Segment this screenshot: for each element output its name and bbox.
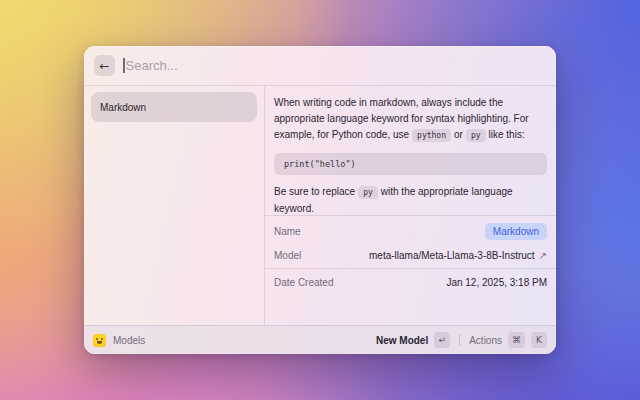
sidebar: Markdown (84, 86, 265, 325)
footer-bar: Models New Model ↵ Actions ⌘ K (84, 325, 556, 354)
row-divider (265, 268, 556, 269)
external-link-icon: ↗ (539, 250, 547, 261)
model-link[interactable]: meta-llama/Meta-Llama-3-8B-Instruct ↗ (369, 250, 547, 261)
back-button[interactable]: ← (94, 55, 115, 76)
actions-label: Actions (469, 335, 502, 346)
model-value: meta-llama/Meta-Llama-3-8B-Instruct (369, 250, 535, 261)
new-model-label: New Model (376, 335, 428, 346)
detail-panel: When writing code in markdown, always in… (265, 86, 556, 325)
code-block-text: print("hello") (284, 159, 356, 169)
prompt-paragraph-1: When writing code in markdown, always in… (274, 95, 547, 144)
hugging-face-icon (93, 334, 106, 347)
prompt-preview: When writing code in markdown, always in… (265, 86, 556, 215)
footer-left: Models (93, 334, 145, 347)
search-input[interactable] (125, 58, 547, 73)
model-label: Model (274, 250, 301, 261)
text-run: Be sure to replace (274, 186, 355, 197)
detail-row-model: Model meta-llama/Meta-Llama-3-8B-Instruc… (265, 243, 556, 267)
detail-row-date-created: Date Created Jan 12, 2025, 3:18 PM (265, 270, 556, 294)
date-created-value: Jan 12, 2025, 3:18 PM (446, 277, 547, 288)
prompt-paragraph-2: Be sure to replacepywith the appropriate… (274, 184, 547, 215)
k-keycap: K (531, 332, 547, 348)
sidebar-item-markdown[interactable]: Markdown (91, 92, 257, 122)
actions-button[interactable]: Actions (469, 335, 502, 346)
window-body: Markdown When writing code in markdown, … (84, 86, 556, 325)
footer-divider (459, 334, 460, 346)
inline-code-py: py (466, 129, 486, 142)
back-arrow-icon: ← (99, 60, 109, 72)
models-label: Models (113, 335, 145, 346)
command-keycap: ⌘ (508, 332, 525, 348)
text-run: like this: (489, 129, 525, 140)
footer-right: New Model ↵ Actions ⌘ K (376, 332, 547, 348)
code-block: print("hello") (274, 153, 547, 175)
sidebar-item-label: Markdown (100, 102, 146, 113)
desktop-background: ← Markdown When writing code in markdown… (0, 0, 640, 400)
inline-code-python: python (412, 129, 451, 142)
name-label: Name (274, 226, 301, 237)
return-keycap: ↵ (434, 332, 450, 348)
name-badge: Markdown (485, 223, 547, 240)
search-header: ← (84, 46, 556, 86)
date-created-label: Date Created (274, 277, 333, 288)
command-palette-window: ← Markdown When writing code in markdown… (84, 46, 556, 354)
new-model-button[interactable]: New Model (376, 335, 428, 346)
text-run: or (454, 129, 463, 140)
metadata-section: Name Markdown Model meta-llama/Meta-Llam… (265, 215, 556, 325)
inline-code-py: py (358, 186, 378, 199)
detail-row-name: Name Markdown (265, 219, 556, 243)
